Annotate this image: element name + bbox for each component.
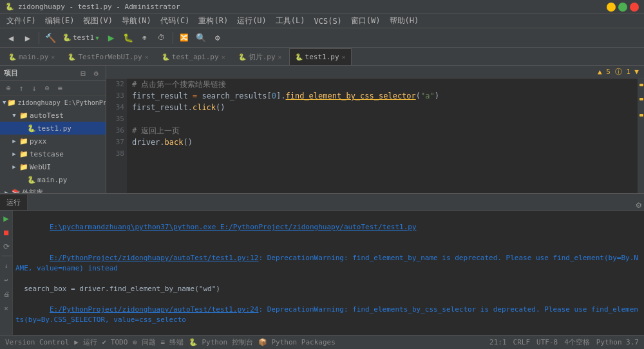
- menu-edit[interactable]: 编辑(E): [41, 14, 79, 28]
- code-editor[interactable]: 32 33 34 35 36 37 38 # 点击第一个搜索结果链接 first…: [106, 79, 644, 193]
- run-restart-btn[interactable]: ▶: [0, 212, 13, 225]
- tree-item-pyxx[interactable]: ▶ 📁 pyxx: [0, 135, 106, 147]
- tree-icon-pyxx: 📁: [19, 137, 28, 146]
- minimize-button[interactable]: [607, 3, 616, 12]
- toolbar-back[interactable]: ◀: [4, 31, 18, 45]
- tree-item-root[interactable]: ▼ 📁 zidonghuapy E:\PythonProjec: [0, 96, 106, 109]
- tree-item-external[interactable]: ▶ 📚 外部库: [0, 186, 106, 193]
- status-python-version[interactable]: Python 3.7: [596, 338, 639, 346]
- line-numbers: 32 33 34 35 36 37 38: [106, 79, 127, 193]
- toolbar-debug-button[interactable]: 🐛: [121, 31, 135, 45]
- run-soft-wrap-btn[interactable]: ↩: [0, 273, 13, 286]
- menu-vcs[interactable]: VCS(S): [310, 15, 346, 27]
- menu-window[interactable]: 窗口(W): [347, 14, 384, 28]
- status-terminal[interactable]: ≡ 终端: [161, 337, 184, 347]
- output-area[interactable]: E:\pycharmandzhuang\python37\python.exe …: [13, 211, 644, 335]
- code-content[interactable]: # 点击第一个搜索结果链接 first_result = search_resu…: [127, 79, 638, 193]
- status-python-console[interactable]: 🐍 Python 控制台: [189, 337, 253, 347]
- menu-tools[interactable]: 工具(L): [272, 14, 309, 28]
- status-todo[interactable]: ✔ TODO: [102, 338, 128, 346]
- toolbar-forward[interactable]: ▶: [21, 31, 35, 45]
- menu-view[interactable]: 视图(V): [79, 14, 117, 28]
- toolbar-settings[interactable]: ⚙: [211, 31, 225, 45]
- toolbar-profile-button[interactable]: ⏱: [155, 31, 169, 45]
- run-scroll-end-btn[interactable]: ↓: [0, 259, 13, 272]
- window-controls: [607, 3, 639, 12]
- status-vcs[interactable]: Version Control: [5, 338, 69, 346]
- run-print-btn[interactable]: 🖨: [0, 287, 13, 300]
- menu-run[interactable]: 运行(U): [233, 14, 270, 28]
- close-button[interactable]: [630, 3, 639, 12]
- toolbar-coverage-button[interactable]: ⊕: [138, 31, 152, 45]
- sidebar-collapse-btn[interactable]: ⊟: [77, 68, 89, 79]
- menu-help[interactable]: 帮助(H): [386, 14, 423, 28]
- toolbar-run-button[interactable]: ▶: [104, 31, 118, 45]
- tab-test1-close[interactable]: ✕: [342, 53, 346, 61]
- status-run[interactable]: ▶ 运行: [74, 337, 97, 347]
- tab-testforwebui-label: TestForWebUI.py: [78, 53, 142, 61]
- tree-label-testcase: testcase: [30, 150, 64, 158]
- tab-test-api-close[interactable]: ✕: [222, 53, 225, 61]
- tab-slice-label: 切片.py: [249, 52, 276, 62]
- output-file-link-1[interactable]: E:/PythonProject/zidonghuapy/autoTest/te…: [50, 254, 259, 262]
- toolbar-vcs[interactable]: 🔀: [177, 31, 191, 45]
- tab-main-py[interactable]: 🐍 main.py ✕: [3, 48, 61, 65]
- toolbar-search-everywhere[interactable]: 🔍: [194, 31, 208, 45]
- sidebar-toolbar: ⊕ ↑ ↓ ⊙ ≡: [0, 81, 106, 96]
- warning-indicator[interactable]: ▲ 5 ⓘ 1 ▼: [598, 67, 639, 77]
- sidebar-scroll-btn[interactable]: ⊙: [41, 82, 53, 94]
- tab-main-py-label: main.py: [19, 53, 48, 61]
- status-crlf[interactable]: CRLF: [513, 338, 531, 346]
- panel-settings-btn[interactable]: ⚙: [636, 200, 641, 210]
- menu-navigate[interactable]: 导航(N): [118, 14, 155, 28]
- tree-item-testcase[interactable]: ▶ 📁 testcase: [0, 147, 106, 160]
- menu-code[interactable]: 代码(C): [156, 14, 194, 28]
- status-position[interactable]: 21:1: [489, 338, 507, 346]
- menu-file[interactable]: 文件(F): [3, 14, 40, 28]
- tree-item-main-py[interactable]: 🐍 main.py: [0, 173, 106, 186]
- status-encoding[interactable]: UTF-8: [536, 338, 558, 346]
- warning-stripe-2: [639, 98, 643, 100]
- panel-tab-run[interactable]: 运行: [0, 194, 28, 210]
- project-tree: ▼ 📁 zidonghuapy E:\PythonProjec ▼ 📁 auto…: [0, 96, 106, 193]
- tree-item-test1[interactable]: 🐍 test1.py: [0, 122, 106, 135]
- status-spaces[interactable]: 4个空格: [564, 337, 590, 347]
- toolbar-build[interactable]: 🔨: [43, 31, 57, 45]
- maximize-button[interactable]: [618, 3, 627, 12]
- tab-testforwebui-close[interactable]: ✕: [145, 53, 149, 61]
- tab-testforwebui-py[interactable]: 🐍 TestForWebUI.py ✕: [62, 48, 154, 65]
- tree-item-webui[interactable]: ▶ 📁 WebUI: [0, 160, 106, 173]
- line-num-35: 35: [109, 113, 124, 125]
- tab-main-py-close[interactable]: ✕: [51, 53, 55, 61]
- right-gutter: [638, 79, 644, 193]
- tab-slice-close[interactable]: ✕: [278, 53, 282, 61]
- code-line-36: # 返回上一页: [132, 125, 632, 137]
- output-run-path: E:\pycharmandzhuang\python37\python.exe …: [15, 212, 641, 243]
- status-problems[interactable]: ⊕ 问题: [133, 337, 155, 347]
- sidebar-settings-btn[interactable]: ⚙: [90, 68, 102, 79]
- tab-test1-py[interactable]: 🐍 test1.py ✕: [289, 48, 352, 65]
- run-stop-btn[interactable]: ■: [0, 226, 13, 239]
- tree-icon-testcase: 📁: [19, 150, 28, 158]
- tree-icon-external: 📚: [12, 189, 21, 194]
- output-file-link-3[interactable]: E:/PythonProject/zidonghuapy/autoTest/te…: [50, 305, 259, 314]
- tree-icon-root: 📁: [7, 99, 16, 107]
- output-exe-path[interactable]: E:\pycharmandzhuang\python37\python.exe …: [50, 223, 417, 231]
- run-close-btn[interactable]: ✕: [0, 301, 13, 314]
- tree-label-webui: WebUI: [30, 163, 51, 171]
- tree-item-autotest[interactable]: ▼ 📁 autoTest: [0, 109, 106, 122]
- tree-arrow-webui: ▶: [10, 164, 18, 170]
- tree-arrow-autotest: ▼: [10, 112, 18, 118]
- sidebar-up-btn[interactable]: ↑: [15, 82, 27, 94]
- main-content: 项目 ⊟ ⚙ ⊕ ↑ ↓ ⊙ ≡ ▼ 📁 zidonghuapy E:\Pyth…: [0, 66, 644, 193]
- run-rerun-btn[interactable]: ⟳: [0, 240, 13, 253]
- status-python-packages[interactable]: 📦 Python Packages: [258, 338, 336, 346]
- sidebar-down-btn[interactable]: ↓: [28, 82, 40, 94]
- menu-refactor[interactable]: 重构(R): [194, 14, 232, 28]
- tab-test-api-py[interactable]: 🐍 test_api.py ✕: [156, 48, 231, 65]
- sidebar-sort-btn[interactable]: ≡: [54, 82, 66, 94]
- toolbar-run-config[interactable]: 🐍 test1 ▼: [60, 31, 102, 45]
- sidebar-new-btn[interactable]: ⊕: [3, 82, 14, 94]
- tree-label-external: 外部库: [22, 188, 43, 194]
- tab-slice-py[interactable]: 🐍 切片.py ✕: [232, 48, 288, 65]
